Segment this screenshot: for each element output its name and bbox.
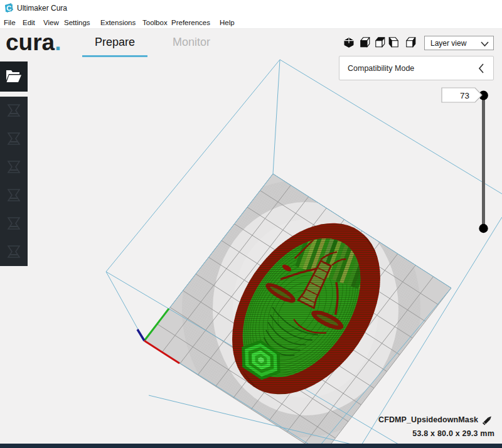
svg-text:C: C <box>6 4 11 12</box>
svg-text:73: 73 <box>460 91 469 100</box>
